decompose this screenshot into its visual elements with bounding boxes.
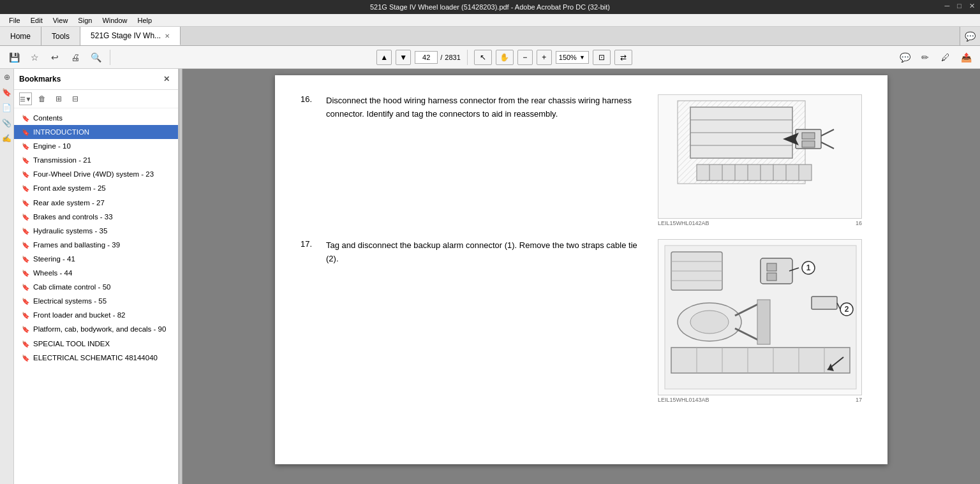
- bm-item-brakes[interactable]: 🔖 Brakes and controls - 33: [14, 210, 178, 224]
- svg-rect-40: [757, 300, 770, 344]
- bookmark-btn[interactable]: ☆: [26, 48, 43, 66]
- tab-home-label: Home: [10, 32, 31, 41]
- select-tool-btn[interactable]: ↖: [474, 50, 492, 65]
- sidebar-icons: ⊕ 🔖 📄 📎 ✍: [0, 69, 14, 484]
- close-bookmarks-btn[interactable]: ✕: [160, 73, 173, 85]
- diagram-1-page: 16: [856, 220, 862, 226]
- back-btn[interactable]: ↩: [46, 48, 64, 66]
- bm-item-frames[interactable]: 🔖 Frames and ballasting - 39: [14, 238, 178, 252]
- attachments-icon[interactable]: 📎: [1, 117, 13, 129]
- prev-page-btn[interactable]: ▲: [376, 50, 392, 65]
- main-layout: ⊕ 🔖 📄 📎 ✍ Bookmarks ✕ ☰▼ 🗑 ⊞ ⊟ 🔖 Content…: [0, 69, 980, 484]
- toolbar: 💾 ☆ ↩ 🖨 🔍 ▲ ▼ / 2831 ↖ ✋ − + 150% ▼ ⊡ ⇄ …: [0, 46, 980, 69]
- bm-item-platform[interactable]: 🔖 Platform, cab, bodywork, and decals - …: [14, 322, 178, 336]
- bm-item-frontloader[interactable]: 🔖 Front loader and bucket - 82: [14, 308, 178, 322]
- diagram-1-svg: [658, 94, 861, 219]
- bookmarks-icon[interactable]: 🔖: [1, 87, 13, 98]
- step-17-diagram-container: 1 2: [658, 239, 862, 403]
- tab-tools[interactable]: Tools: [41, 27, 80, 45]
- step-16-text: Disconnect the hood wiring harness conne…: [326, 94, 645, 226]
- bm-icon-hydraulic: 🔖: [22, 227, 29, 236]
- print-btn[interactable]: 🖨: [66, 48, 84, 66]
- svg-rect-27: [767, 263, 776, 271]
- toolbar-sep-1: [110, 50, 110, 65]
- bm-item-steering[interactable]: 🔖 Steering - 41: [14, 252, 178, 266]
- bm-item-hydraulic[interactable]: 🔖 Hydraulic systems - 35: [14, 224, 178, 238]
- toolbar-right: 💬 ✏ 🖊 📤: [896, 48, 975, 66]
- fit-page-btn[interactable]: ⊡: [593, 50, 611, 65]
- pdf-page: 16. Disconnect the hood wiring harness c…: [275, 75, 887, 464]
- highlight-btn[interactable]: 🖊: [937, 48, 954, 66]
- bm-item-transmission[interactable]: 🔖 Transmission - 21: [14, 153, 178, 167]
- bm-item-electrical-schematic[interactable]: 🔖 ELECTRICAL SCHEMATIC 48144040: [14, 351, 178, 365]
- menu-file[interactable]: File: [4, 15, 26, 26]
- signatures-icon[interactable]: ✍: [1, 133, 13, 144]
- rotate-btn[interactable]: ⇄: [614, 50, 632, 65]
- tab-document[interactable]: 521G Stage IV Wh... ✕: [80, 27, 181, 45]
- zoom-out-btn[interactable]: −: [517, 50, 533, 65]
- page-total: 2831: [445, 54, 460, 61]
- step-16-num: 16.: [301, 94, 320, 226]
- close-btn[interactable]: ✕: [969, 2, 975, 10]
- bm-icon-cab-climate: 🔖: [22, 283, 29, 292]
- bm-item-electrical[interactable]: 🔖 Electrical systems - 55: [14, 294, 178, 308]
- svg-rect-32: [812, 297, 837, 309]
- tab-home[interactable]: Home: [0, 27, 41, 45]
- layers-icon[interactable]: ⊕: [1, 71, 13, 83]
- step-17-text: Tag and disconnect the backup alarm conn…: [326, 239, 645, 403]
- bm-icon-brakes: 🔖: [22, 213, 29, 222]
- bm-icon-steering: 🔖: [22, 255, 29, 264]
- menu-window[interactable]: Window: [97, 15, 132, 26]
- bm-icon-frontloader: 🔖: [22, 311, 29, 320]
- bm-item-contents[interactable]: 🔖 Contents: [14, 111, 178, 125]
- zoom-marquee-btn[interactable]: 🔍: [87, 48, 105, 66]
- next-page-btn[interactable]: ▼: [396, 50, 411, 65]
- step-17-text-area: 17. Tag and disconnect the backup alarm …: [301, 239, 645, 403]
- maximize-btn[interactable]: □: [957, 2, 961, 10]
- bm-item-wheels[interactable]: 🔖 Wheels - 44: [14, 266, 178, 280]
- bm-collapse-btn[interactable]: ⊟: [69, 92, 82, 105]
- pages-icon[interactable]: 📄: [1, 102, 13, 114]
- share-btn[interactable]: 📤: [957, 48, 975, 66]
- bm-icon-electrical-schematic: 🔖: [22, 354, 29, 363]
- bm-item-special-tool[interactable]: 🔖 SPECIAL TOOL INDEX: [14, 337, 178, 351]
- toolbar-center: ▲ ▼ / 2831 ↖ ✋ − + 150% ▼ ⊡ ⇄: [115, 50, 893, 65]
- bm-icon-frames: 🔖: [22, 241, 29, 250]
- zoom-in-btn[interactable]: +: [537, 50, 552, 65]
- bm-menu-btn[interactable]: ☰▼: [19, 92, 32, 105]
- comment-btn[interactable]: 💬: [896, 48, 914, 66]
- zoom-display[interactable]: 150% ▼: [556, 51, 589, 64]
- step-16-text-area: 16. Disconnect the hood wiring harness c…: [301, 94, 645, 226]
- save-btn[interactable]: 💾: [5, 48, 23, 66]
- menu-help[interactable]: Help: [133, 15, 158, 26]
- page-number-input[interactable]: [415, 51, 438, 64]
- toolbar-sep-2: [467, 50, 468, 65]
- menu-view[interactable]: View: [48, 15, 73, 26]
- bm-item-rearaxle[interactable]: 🔖 Rear axle system - 27: [14, 196, 178, 210]
- bm-list: 🔖 Contents 🔖 INTRODUCTION 🔖 Engine - 10 …: [14, 108, 178, 484]
- bm-item-4wd[interactable]: 🔖 Four-Wheel Drive (4WD) system - 23: [14, 167, 178, 181]
- diagram-2-footer: LEIL15WHL0143AB 17: [658, 397, 862, 403]
- menu-sign[interactable]: Sign: [73, 15, 97, 26]
- bm-expand-btn[interactable]: ⊞: [52, 92, 65, 105]
- zoom-value: 150%: [559, 54, 577, 61]
- minimize-btn[interactable]: ─: [945, 2, 950, 10]
- menu-bar: File Edit View Sign Window Help: [0, 14, 980, 27]
- step-16-diagram-container: LEIL15WHL0142AB 16: [658, 94, 862, 226]
- pencil-btn[interactable]: ✏: [916, 48, 934, 66]
- diagram-2-svg: 1 2: [658, 239, 861, 395]
- bm-delete-btn[interactable]: 🗑: [36, 92, 48, 105]
- bm-item-engine[interactable]: 🔖 Engine - 10: [14, 139, 178, 153]
- bm-icon-engine: 🔖: [22, 142, 29, 151]
- menu-edit[interactable]: Edit: [26, 15, 48, 26]
- bm-item-introduction[interactable]: 🔖 INTRODUCTION: [14, 125, 178, 139]
- chat-btn[interactable]: 💬: [960, 27, 980, 45]
- bm-item-frontaxle[interactable]: 🔖 Front axle system - 25: [14, 181, 178, 195]
- hand-tool-btn[interactable]: ✋: [496, 50, 514, 65]
- bm-icon-electrical: 🔖: [22, 297, 29, 306]
- tab-close-icon[interactable]: ✕: [165, 33, 170, 40]
- bm-icon-platform: 🔖: [22, 325, 29, 334]
- bookmarks-title: Bookmarks: [19, 75, 61, 84]
- svg-rect-7: [802, 133, 815, 139]
- bm-item-cab-climate[interactable]: 🔖 Cab climate control - 50: [14, 280, 178, 294]
